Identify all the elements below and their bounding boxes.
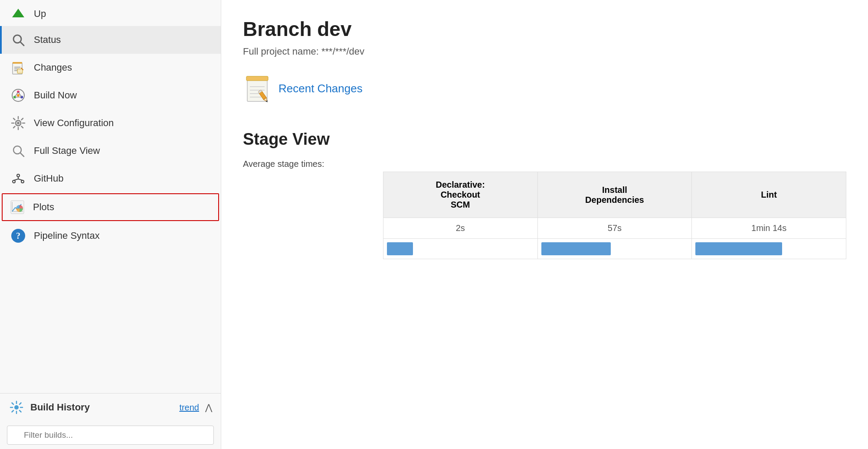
svg-point-19	[17, 122, 20, 124]
sidebar: Up Status	[0, 0, 221, 449]
filter-builds-wrapper: 🔍	[7, 426, 214, 445]
stage-bar-checkout	[383, 239, 537, 259]
stage-header-checkout: Declarative:CheckoutSCM	[383, 172, 537, 218]
svg-point-38	[14, 405, 19, 410]
build-history-chevron-icon[interactable]: ⋀	[205, 402, 212, 413]
svg-line-24	[13, 118, 15, 120]
project-name-value: ***/***/dev	[321, 46, 364, 57]
page-title: Branch dev	[243, 17, 846, 41]
svg-point-31	[13, 180, 15, 183]
github-label: GitHub	[34, 173, 63, 184]
stage-bar-install	[537, 239, 692, 259]
svg-point-32	[21, 180, 24, 183]
sidebar-item-pipeline-syntax[interactable]: ? Pipeline Syntax	[0, 222, 221, 250]
stage-bar-lint	[692, 239, 846, 259]
svg-line-25	[22, 127, 23, 128]
pipeline-syntax-label: Pipeline Syntax	[34, 230, 100, 241]
avg-stage-times-label: Average stage times:	[243, 159, 846, 169]
svg-marker-0	[12, 9, 24, 17]
svg-line-43	[12, 403, 14, 405]
svg-rect-8	[17, 69, 23, 73]
stage-header-install: InstallDependencies	[537, 172, 692, 218]
svg-rect-48	[246, 76, 268, 81]
recent-changes-icon	[243, 73, 272, 104]
svg-line-26	[22, 118, 23, 120]
build-history-trend-link[interactable]: trend	[179, 403, 199, 413]
up-label: Up	[34, 8, 46, 20]
sidebar-item-view-configuration[interactable]: View Configuration	[0, 109, 221, 137]
build-history-section: Build History trend ⋀ 🔍	[0, 393, 221, 449]
svg-rect-4	[13, 62, 22, 64]
sidebar-nav: Up Status	[0, 0, 221, 393]
build-history-gear-icon	[9, 400, 24, 415]
project-name: Full project name: ***/***/dev	[243, 46, 846, 57]
full-stage-view-label: Full Stage View	[34, 145, 100, 156]
filter-builds-input[interactable]	[7, 426, 214, 445]
svg-line-45	[20, 403, 21, 405]
main-content: Branch dev Full project name: ***/***/de…	[221, 0, 868, 449]
status-icon	[10, 32, 26, 48]
build-history-header: Build History trend ⋀	[0, 394, 221, 421]
sidebar-item-up[interactable]: Up	[0, 2, 221, 26]
build-now-label: Build Now	[34, 90, 77, 101]
up-arrow-icon	[10, 6, 26, 22]
stage-header-lint: Lint	[692, 172, 846, 218]
github-icon	[10, 171, 26, 186]
svg-line-44	[20, 410, 21, 412]
status-label: Status	[34, 34, 61, 46]
view-configuration-icon	[10, 115, 26, 131]
svg-point-17	[17, 94, 20, 97]
svg-line-35	[18, 179, 23, 180]
stage-avg-lint: 1min 14s	[692, 218, 846, 239]
view-configuration-label: View Configuration	[34, 117, 114, 129]
svg-line-34	[14, 179, 18, 180]
stage-avg-install: 57s	[537, 218, 692, 239]
pipeline-syntax-icon: ?	[10, 228, 26, 244]
sidebar-item-plots[interactable]: Plots	[2, 193, 219, 221]
sidebar-item-changes[interactable]: Changes	[0, 54, 221, 81]
stage-avg-checkout: 2s	[383, 218, 537, 239]
plots-icon	[10, 199, 25, 215]
build-history-title: Build History	[30, 402, 173, 413]
full-stage-view-icon	[10, 143, 26, 159]
recent-changes-link[interactable]: Recent Changes	[243, 73, 363, 104]
sidebar-item-github[interactable]: GitHub	[0, 165, 221, 192]
svg-line-27	[13, 127, 15, 128]
sidebar-item-build-now[interactable]: Build Now	[0, 81, 221, 109]
stage-view-table: Declarative:CheckoutSCM InstallDependenc…	[243, 172, 846, 259]
build-now-icon	[10, 88, 26, 103]
changes-label: Changes	[34, 62, 72, 73]
changes-icon	[10, 60, 26, 75]
filter-builds-container: 🔍	[0, 421, 221, 449]
stage-view-title: Stage View	[243, 130, 846, 149]
plots-label: Plots	[33, 202, 54, 213]
svg-line-29	[20, 153, 24, 156]
svg-point-30	[17, 174, 20, 177]
sidebar-item-full-stage-view[interactable]: Full Stage View	[0, 137, 221, 165]
svg-line-46	[12, 410, 14, 412]
svg-line-2	[20, 42, 24, 46]
sidebar-item-status[interactable]: Status	[0, 26, 221, 54]
recent-changes-text: Recent Changes	[278, 82, 363, 95]
